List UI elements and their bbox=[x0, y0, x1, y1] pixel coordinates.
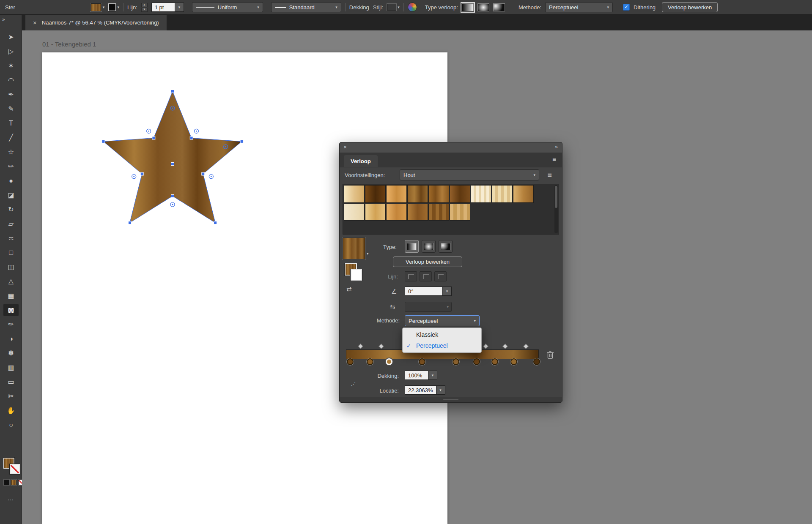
gradient-stop[interactable] bbox=[386, 358, 392, 365]
tool-shape-builder[interactable]: ◫ bbox=[3, 261, 19, 273]
color-button[interactable] bbox=[4, 480, 9, 485]
tool-eyedropper[interactable]: ✑ bbox=[3, 318, 19, 330]
method-dropdown[interactable]: Perceptueel ▾ bbox=[545, 2, 613, 12]
brush-dropdown[interactable]: Standaard ▾ bbox=[271, 2, 341, 12]
stroke-along-button[interactable] bbox=[420, 271, 432, 281]
stroke-proxy[interactable] bbox=[351, 269, 362, 281]
gradient-type-freeform-button[interactable] bbox=[493, 3, 505, 11]
chevron-down-icon[interactable]: ▾ bbox=[175, 3, 184, 12]
chevron-down-icon[interactable]: ▾ bbox=[428, 371, 437, 380]
tool-width[interactable]: ≍ bbox=[3, 232, 19, 244]
document-tab[interactable]: × Naamloos-7* @ 56.47 % (CMYK/Voorverton… bbox=[25, 15, 167, 30]
close-icon[interactable]: × bbox=[343, 144, 347, 150]
tool-artboard[interactable]: ▭ bbox=[3, 376, 19, 388]
tool-type[interactable]: T bbox=[3, 117, 19, 129]
gradient-stop[interactable] bbox=[510, 358, 517, 365]
tool-paintbrush[interactable]: ✏ bbox=[3, 160, 19, 172]
tool-pen[interactable]: ✒ bbox=[3, 88, 19, 101]
stroke-weight-combo[interactable]: 1 pt ▾ bbox=[151, 3, 184, 12]
preset-swatch-noten[interactable] bbox=[428, 185, 449, 203]
anchor-handle[interactable] bbox=[202, 172, 205, 175]
stroke-within-button[interactable] bbox=[405, 271, 417, 281]
menu-item-klassiek[interactable]: Klassiek bbox=[403, 329, 481, 340]
preset-swatch-wenge[interactable] bbox=[428, 204, 449, 221]
type-freeform-button[interactable] bbox=[439, 240, 453, 253]
gradient-stop[interactable] bbox=[367, 358, 373, 365]
tab-verloop[interactable]: Verloop bbox=[344, 155, 378, 167]
gradient-stop[interactable] bbox=[419, 358, 425, 365]
tool-rotate[interactable]: ↻ bbox=[3, 203, 19, 216]
preset-list-view-icon[interactable]: ≣ bbox=[547, 171, 552, 178]
tool-selection[interactable]: ➤ bbox=[3, 31, 19, 43]
scrollbar[interactable] bbox=[554, 185, 558, 233]
type-radial-button[interactable] bbox=[422, 240, 436, 253]
close-icon[interactable]: × bbox=[33, 19, 37, 26]
anchor-handle[interactable] bbox=[240, 140, 243, 143]
gradient-midpoint[interactable] bbox=[502, 344, 508, 349]
method-dropdown[interactable]: Perceptueel ▾ bbox=[405, 315, 480, 326]
tool-gradient[interactable]: ▩ bbox=[3, 304, 19, 316]
tool-star-shape[interactable]: ☆ bbox=[3, 146, 19, 158]
type-linear-button[interactable] bbox=[405, 240, 419, 253]
stroke-across-button[interactable] bbox=[434, 271, 447, 281]
gradient-midpoint[interactable] bbox=[379, 344, 384, 349]
anchor-handle[interactable] bbox=[171, 90, 174, 93]
anchor-handle[interactable] bbox=[102, 140, 105, 143]
preset-swatch-honing[interactable] bbox=[513, 185, 534, 203]
tool-zoom[interactable]: ○ bbox=[3, 419, 19, 431]
preset-swatch-essen[interactable] bbox=[471, 185, 491, 203]
star-shape[interactable] bbox=[103, 91, 241, 223]
anchor-handle[interactable] bbox=[190, 136, 193, 139]
chevron-down-icon[interactable]: ▾ bbox=[367, 251, 369, 256]
edit-gradient-button[interactable]: Verloop bewerken bbox=[393, 257, 462, 267]
toolbar-overflow-icon[interactable]: … bbox=[0, 494, 22, 502]
angle-value[interactable]: 0° bbox=[405, 287, 443, 296]
tool-curvature[interactable]: ✎ bbox=[3, 103, 19, 115]
tool-lasso[interactable]: ◠ bbox=[3, 74, 19, 86]
gradient-type-linear-button[interactable] bbox=[462, 3, 474, 11]
angle-combo[interactable]: 0° ▾ bbox=[405, 287, 452, 296]
step-up-icon[interactable]: ▲ bbox=[141, 3, 148, 7]
menu-item-perceptueel[interactable]: ✓Perceptueel bbox=[403, 340, 481, 351]
tool-direct-selection[interactable]: ▷ bbox=[3, 45, 19, 57]
resize-grip[interactable] bbox=[443, 399, 458, 400]
step-down-icon[interactable]: ▼ bbox=[141, 8, 148, 12]
tool-free-transform[interactable]: □ bbox=[3, 246, 19, 259]
delete-stop-icon[interactable] bbox=[546, 351, 554, 360]
gradient-preview-swatch[interactable] bbox=[343, 237, 365, 259]
anchor-handle[interactable] bbox=[171, 195, 174, 198]
tool-blob-brush[interactable]: ● bbox=[3, 175, 19, 187]
gradient-stop[interactable] bbox=[533, 358, 540, 365]
reverse-gradient-icon[interactable]: ⇆ bbox=[390, 303, 395, 311]
style-dropdown[interactable]: ▾ bbox=[387, 4, 400, 11]
presets-dropdown[interactable]: Hout ▾ bbox=[400, 169, 539, 180]
opacity-combo[interactable]: 100% ▾ bbox=[405, 371, 437, 380]
chevron-down-icon[interactable]: ▾ bbox=[436, 385, 445, 395]
location-combo[interactable]: 22.3063% ▾ bbox=[405, 385, 445, 395]
anchor-handle[interactable] bbox=[140, 172, 143, 175]
stroke-weight-value[interactable]: 1 pt bbox=[151, 3, 175, 12]
preset-swatch-goud[interactable] bbox=[365, 204, 386, 221]
preset-swatch-teak[interactable] bbox=[407, 204, 428, 221]
gradient-button[interactable] bbox=[11, 480, 16, 485]
panel-menu-icon[interactable]: ≡ bbox=[552, 156, 556, 163]
tool-slice[interactable]: ✂ bbox=[3, 390, 19, 402]
preset-swatch-esdoorn[interactable] bbox=[450, 204, 470, 221]
gradient-midpoint[interactable] bbox=[523, 344, 529, 349]
expand-toolbar-icon[interactable]: » bbox=[2, 16, 5, 22]
preset-swatch-amber[interactable] bbox=[386, 204, 407, 221]
fill-stroke-mini[interactable] bbox=[345, 263, 362, 280]
preset-swatch-licht-eiken[interactable] bbox=[386, 185, 407, 203]
tool-mesh[interactable]: ▦ bbox=[3, 289, 19, 302]
location-value[interactable]: 22.3063% bbox=[405, 385, 436, 395]
anchor-handle[interactable] bbox=[152, 136, 155, 139]
tool-perspective-grid[interactable]: △ bbox=[3, 275, 19, 287]
preset-swatch-hout[interactable] bbox=[407, 185, 428, 203]
preset-swatch-kastanje[interactable] bbox=[450, 185, 470, 203]
recolor-artwork-icon[interactable] bbox=[408, 3, 417, 12]
preset-swatch-vanille[interactable] bbox=[344, 185, 365, 203]
anchor-handle[interactable] bbox=[128, 221, 131, 224]
gradient-annotator-icon[interactable]: ⇄ bbox=[346, 285, 352, 293]
tool-column-graph[interactable]: ▥ bbox=[3, 361, 19, 374]
tool-magic-wand[interactable]: ✶ bbox=[3, 60, 19, 72]
